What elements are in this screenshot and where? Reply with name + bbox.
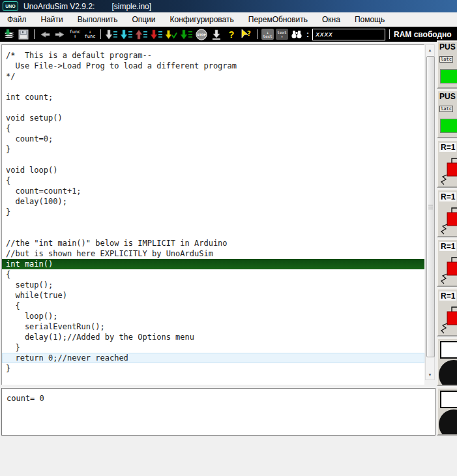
code-line[interactable]: loop();: [2, 311, 424, 321]
code-line[interactable]: int count;: [2, 92, 424, 102]
menu-item-find[interactable]: Найти: [34, 13, 70, 26]
context-help-icon[interactable]: ?: [240, 29, 253, 40]
resistor-symbol: [438, 305, 457, 335]
resistor-value-label[interactable]: R=1: [439, 192, 456, 201]
code-line[interactable]: count=0;: [2, 134, 424, 144]
menu-item-vars-update[interactable]: ПеремОбновить: [241, 13, 315, 26]
reset-icon[interactable]: [210, 29, 223, 40]
resistor-symbol: [438, 156, 457, 186]
code-line[interactable]: void loop(): [2, 165, 424, 175]
resistor-value-label[interactable]: R=1: [439, 291, 456, 301]
code-line[interactable]: */: [2, 71, 424, 82]
variable-value: count= 0: [7, 394, 44, 403]
code-line[interactable]: void setup(): [2, 113, 424, 123]
text-to-var-icon[interactable]: text↑: [276, 29, 288, 40]
var-to-text-icon[interactable]: ↓text: [261, 29, 274, 40]
menu-item-help[interactable]: Помощь: [347, 13, 392, 26]
menu-item-run[interactable]: Выполнить: [70, 13, 125, 26]
latch-mode-label[interactable]: latc: [439, 106, 453, 112]
code-line[interactable]: //the "int main()" below is IMPLICIT in …: [2, 238, 424, 248]
io-device-resistor[interactable]: R=1: [437, 140, 457, 188]
code-line[interactable]: }: [2, 144, 424, 155]
device-label: PUS: [439, 92, 457, 101]
code-line[interactable]: /* This is a default program--: [2, 50, 424, 61]
menu-bar: ФайлНайтиВыполнитьОпцииКонфигурироватьПе…: [0, 12, 457, 27]
code-line[interactable]: delay(1);//Added by the Options menu: [2, 332, 424, 342]
func-up-icon[interactable]: func↑: [68, 29, 81, 40]
code-line[interactable]: serialEventRun();: [2, 321, 424, 332]
stop-icon[interactable]: STOP: [195, 29, 208, 40]
code-line[interactable]: }: [2, 363, 424, 374]
code-editor[interactable]: /* This is a default program-- Use File-…: [1, 44, 424, 385]
latch-mode-label[interactable]: latc: [439, 56, 453, 63]
code-line[interactable]: while(true): [2, 290, 424, 301]
code-line[interactable]: delay(100);: [2, 196, 424, 207]
menu-item-file[interactable]: Файл: [0, 13, 34, 26]
scroll-up-button[interactable]: ▲: [426, 45, 434, 55]
toolbar-separator: [389, 29, 390, 39]
scroll-down-button[interactable]: ▼: [426, 370, 434, 379]
editor-scrollbar[interactable]: ▲ ▼: [425, 44, 435, 380]
io-device-pushbutton[interactable]: PUSlatc: [437, 40, 457, 89]
resistor-value-label[interactable]: R=1: [439, 242, 456, 251]
io-device-speaker[interactable]: [437, 338, 457, 386]
io-device-speaker[interactable]: [437, 387, 457, 436]
step-into-icon[interactable]: [105, 29, 118, 40]
speaker-cone: [439, 360, 457, 386]
forward-arrow-icon[interactable]: [53, 29, 66, 40]
io-device-resistor[interactable]: R=1: [437, 189, 457, 237]
find-binoculars-icon[interactable]: [290, 29, 303, 40]
resistor-symbol: [438, 206, 457, 236]
code-line[interactable]: [2, 102, 424, 113]
code-line[interactable]: {: [2, 175, 424, 186]
run-auto-icon[interactable]: [165, 29, 178, 40]
find-input[interactable]: [312, 29, 385, 40]
save-icon[interactable]: [17, 29, 30, 40]
code-line[interactable]: [2, 217, 424, 228]
run-to-icon[interactable]: [150, 29, 163, 40]
title-bar: UNO UnoArduSim V2.9.2: [simple.ino]: [0, 0, 457, 12]
code-line-selected[interactable]: return 0;//never reached: [2, 353, 424, 363]
code-line[interactable]: }: [2, 207, 424, 217]
code-line[interactable]: Use File->Load Prog to load a different …: [2, 61, 424, 71]
io-device-resistor[interactable]: R=1: [437, 288, 457, 336]
toolbar-separator: [257, 29, 258, 39]
app-icon: UNO: [3, 1, 18, 11]
code-line[interactable]: //but is shown here EXPLICITLY by UnoArd…: [2, 248, 424, 259]
load-prog-icon[interactable]: [2, 29, 15, 40]
scrollbar-grip: [428, 207, 433, 207]
resistor-value-label[interactable]: R=1: [439, 143, 456, 152]
code-line[interactable]: count=count+1;: [2, 186, 424, 196]
code-line[interactable]: [2, 228, 424, 238]
toolbar: func↑ ↓func: [0, 27, 457, 42]
step-out-icon[interactable]: [135, 29, 148, 40]
io-device-pushbutton[interactable]: PUSlatc: [437, 90, 457, 138]
window-title: UnoArduSim V2.9.2:: [23, 2, 95, 11]
func-down-icon[interactable]: ↓func: [83, 29, 96, 40]
app-window: UNO UnoArduSim V2.9.2: [simple.ino] Файл…: [0, 0, 457, 476]
svg-text:?: ?: [247, 30, 251, 37]
io-devices-panel: PUSlatcPUSlatcR=1R=1R=1R=1: [437, 40, 457, 441]
help-icon[interactable]: ?: [225, 29, 238, 40]
step-over-icon[interactable]: [120, 29, 133, 40]
back-arrow-icon[interactable]: [38, 29, 52, 40]
menu-item-options[interactable]: Опции: [125, 13, 162, 26]
code-line-executing[interactable]: int main(): [2, 259, 424, 269]
code-line[interactable]: [2, 82, 424, 92]
io-device-resistor[interactable]: R=1: [437, 239, 457, 287]
code-line[interactable]: {: [2, 269, 424, 280]
code-line[interactable]: setup();: [2, 280, 424, 290]
menu-item-configure[interactable]: Конфигурировать: [163, 13, 241, 26]
pushbutton-pad[interactable]: [440, 119, 457, 133]
code-line[interactable]: {: [2, 301, 424, 311]
device-label: PUS: [439, 42, 457, 52]
code-line[interactable]: [2, 155, 424, 165]
variables-panel: count= 0: [1, 388, 435, 436]
ram-free-label: RAM свободно: [394, 30, 452, 39]
scrollbar-thumb[interactable]: [426, 56, 435, 357]
menu-item-windows[interactable]: Окна: [315, 13, 347, 26]
pushbutton-pad[interactable]: [440, 69, 457, 83]
run-icon[interactable]: [180, 29, 193, 40]
code-line[interactable]: {: [2, 123, 424, 134]
code-line[interactable]: }: [2, 342, 424, 353]
